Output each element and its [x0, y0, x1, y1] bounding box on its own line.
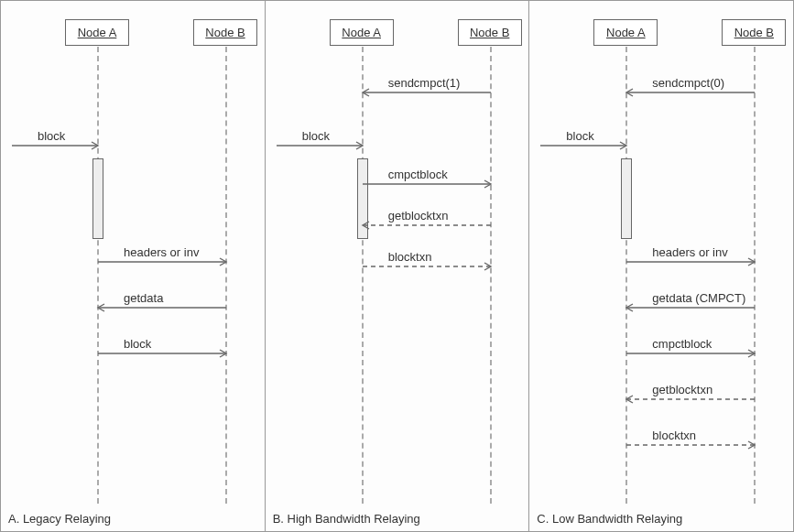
message-label: block: [124, 337, 151, 351]
message-arrows: [1, 1, 265, 531]
message-label: sendcmpct(0): [652, 76, 724, 90]
message-label: getblocktxn: [652, 383, 712, 396]
message-label: getblocktxn: [388, 209, 449, 223]
panel-caption: B. High Bandwidth Relaying: [273, 512, 420, 526]
message-label: getdata (CMPCT): [652, 291, 745, 305]
message-label: cmpctblock: [388, 168, 448, 181]
message-label: blocktxn: [652, 429, 696, 442]
message-label: cmpctblock: [652, 337, 712, 351]
message-label: blocktxn: [388, 250, 432, 264]
panel-high-bw: Node A Node B B. High Bandwidth Relaying…: [265, 0, 530, 532]
panel-caption: A. Legacy Relaying: [8, 512, 111, 526]
diagram-container: Node A Node B A. Legacy Relaying blockhe…: [0, 0, 794, 532]
message-label: sendcmpct(1): [388, 76, 461, 90]
panel-legacy: Node A Node B A. Legacy Relaying blockhe…: [0, 0, 266, 532]
message-label: block: [566, 129, 593, 143]
message-label: headers or inv: [652, 245, 727, 259]
panel-low-bw: Node A Node B C. Low Bandwidth Relaying …: [528, 0, 794, 532]
message-label: getdata: [124, 291, 163, 305]
panel-caption: C. Low Bandwidth Relaying: [537, 512, 682, 526]
message-label: block: [38, 129, 65, 143]
message-label: block: [302, 129, 330, 143]
message-label: headers or inv: [124, 245, 199, 259]
